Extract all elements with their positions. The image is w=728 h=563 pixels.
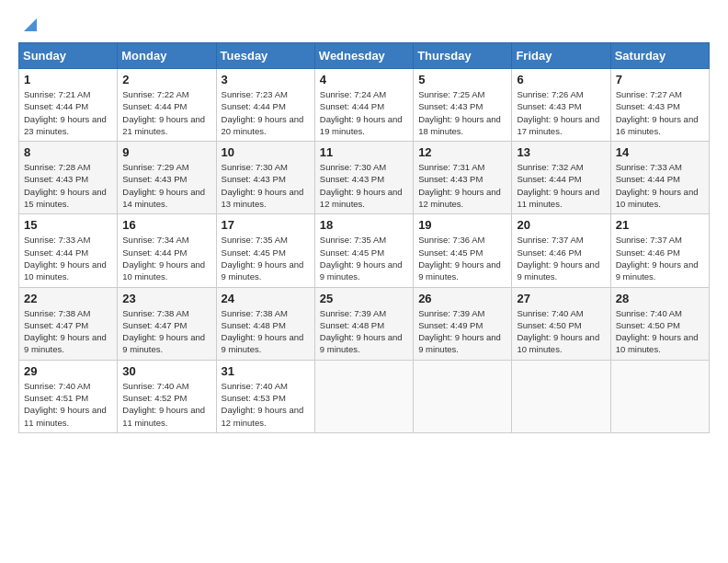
header-tuesday: Tuesday	[216, 43, 314, 69]
day-number: 28	[616, 292, 704, 305]
day-info: Sunrise: 7:39 AMSunset: 4:49 PMDaylight:…	[418, 308, 501, 355]
day-number: 30	[122, 364, 210, 378]
day-info: Sunrise: 7:40 AMSunset: 4:52 PMDaylight:…	[122, 381, 205, 428]
day-number: 26	[418, 292, 506, 305]
day-info: Sunrise: 7:27 AMSunset: 4:43 PMDaylight:…	[616, 89, 699, 136]
calendar-cell: 18 Sunrise: 7:35 AMSunset: 4:45 PMDaylig…	[314, 214, 413, 287]
day-number: 11	[320, 145, 408, 159]
day-info: Sunrise: 7:36 AMSunset: 4:45 PMDaylight:…	[418, 235, 501, 282]
calendar-week-row: 22 Sunrise: 7:38 AMSunset: 4:47 PMDaylig…	[19, 287, 710, 360]
weekday-header-row: Sunday Monday Tuesday Wednesday Thursday…	[19, 43, 710, 69]
calendar-cell: 29 Sunrise: 7:40 AMSunset: 4:51 PMDaylig…	[19, 360, 118, 432]
day-info: Sunrise: 7:38 AMSunset: 4:47 PMDaylight:…	[24, 308, 107, 355]
calendar-week-row: 15 Sunrise: 7:33 AMSunset: 4:44 PMDaylig…	[19, 214, 710, 287]
calendar-cell: 27 Sunrise: 7:40 AMSunset: 4:50 PMDaylig…	[512, 287, 610, 360]
day-number: 31	[222, 364, 310, 378]
calendar-cell	[314, 360, 413, 432]
svg-marker-0	[24, 18, 37, 31]
day-number: 7	[616, 73, 704, 86]
calendar-cell: 28 Sunrise: 7:40 AMSunset: 4:50 PMDaylig…	[610, 287, 709, 360]
logo-triangle-icon	[20, 17, 37, 33]
day-info: Sunrise: 7:30 AMSunset: 4:43 PMDaylight:…	[222, 162, 304, 209]
header-monday: Monday	[118, 43, 216, 69]
calendar-cell: 6 Sunrise: 7:26 AMSunset: 4:43 PMDayligh…	[512, 69, 610, 142]
calendar-cell	[512, 360, 610, 432]
day-info: Sunrise: 7:40 AMSunset: 4:50 PMDaylight:…	[616, 308, 699, 355]
header-friday: Friday	[512, 43, 610, 69]
calendar-cell: 8 Sunrise: 7:28 AMSunset: 4:43 PMDayligh…	[19, 142, 118, 214]
calendar-cell: 22 Sunrise: 7:38 AMSunset: 4:47 PMDaylig…	[19, 287, 118, 360]
calendar-week-row: 1 Sunrise: 7:21 AMSunset: 4:44 PMDayligh…	[19, 69, 710, 142]
calendar-cell: 25 Sunrise: 7:39 AMSunset: 4:48 PMDaylig…	[314, 287, 413, 360]
day-number: 15	[24, 218, 112, 232]
header-sunday: Sunday	[19, 43, 118, 69]
day-number: 1	[24, 73, 112, 86]
calendar-table: Sunday Monday Tuesday Wednesday Thursday…	[18, 42, 710, 433]
day-number: 18	[320, 218, 408, 232]
calendar-cell: 14 Sunrise: 7:33 AMSunset: 4:44 PMDaylig…	[610, 142, 709, 214]
day-info: Sunrise: 7:38 AMSunset: 4:47 PMDaylight:…	[122, 308, 205, 355]
day-number: 2	[122, 73, 210, 86]
day-number: 23	[122, 292, 210, 305]
calendar-cell: 13 Sunrise: 7:32 AMSunset: 4:44 PMDaylig…	[512, 142, 610, 214]
calendar-cell: 24 Sunrise: 7:38 AMSunset: 4:48 PMDaylig…	[216, 287, 314, 360]
day-info: Sunrise: 7:21 AMSunset: 4:44 PMDaylight:…	[24, 89, 107, 136]
day-info: Sunrise: 7:35 AMSunset: 4:45 PMDaylight:…	[320, 235, 403, 282]
day-info: Sunrise: 7:40 AMSunset: 4:50 PMDaylight:…	[517, 308, 599, 355]
day-info: Sunrise: 7:37 AMSunset: 4:46 PMDaylight:…	[616, 235, 699, 282]
day-info: Sunrise: 7:40 AMSunset: 4:53 PMDaylight:…	[222, 381, 304, 428]
header-saturday: Saturday	[610, 43, 709, 69]
calendar-cell: 16 Sunrise: 7:34 AMSunset: 4:44 PMDaylig…	[118, 214, 216, 287]
day-number: 8	[24, 145, 112, 159]
day-number: 24	[222, 292, 310, 305]
day-info: Sunrise: 7:29 AMSunset: 4:43 PMDaylight:…	[122, 162, 205, 209]
day-number: 4	[320, 73, 408, 86]
day-number: 20	[517, 218, 605, 232]
calendar-cell: 2 Sunrise: 7:22 AMSunset: 4:44 PMDayligh…	[118, 69, 216, 142]
day-number: 3	[222, 73, 310, 86]
day-number: 17	[222, 218, 310, 232]
calendar-cell: 11 Sunrise: 7:30 AMSunset: 4:43 PMDaylig…	[314, 142, 413, 214]
day-info: Sunrise: 7:26 AMSunset: 4:43 PMDaylight:…	[517, 89, 599, 136]
calendar-cell: 21 Sunrise: 7:37 AMSunset: 4:46 PMDaylig…	[610, 214, 709, 287]
day-info: Sunrise: 7:31 AMSunset: 4:43 PMDaylight:…	[418, 162, 501, 209]
calendar-cell: 19 Sunrise: 7:36 AMSunset: 4:45 PMDaylig…	[414, 214, 512, 287]
calendar-cell: 5 Sunrise: 7:25 AMSunset: 4:43 PMDayligh…	[414, 69, 512, 142]
calendar-cell: 12 Sunrise: 7:31 AMSunset: 4:43 PMDaylig…	[414, 142, 512, 214]
day-number: 16	[122, 218, 210, 232]
calendar-cell: 4 Sunrise: 7:24 AMSunset: 4:44 PMDayligh…	[314, 69, 413, 142]
logo	[18, 18, 37, 33]
calendar-cell: 1 Sunrise: 7:21 AMSunset: 4:44 PMDayligh…	[19, 69, 118, 142]
day-info: Sunrise: 7:33 AMSunset: 4:44 PMDaylight:…	[616, 162, 699, 209]
day-info: Sunrise: 7:25 AMSunset: 4:43 PMDaylight:…	[418, 89, 501, 136]
day-number: 19	[418, 218, 506, 232]
day-number: 14	[616, 145, 704, 159]
day-number: 25	[320, 292, 408, 305]
day-number: 9	[122, 145, 210, 159]
day-info: Sunrise: 7:33 AMSunset: 4:44 PMDaylight:…	[24, 235, 107, 282]
day-info: Sunrise: 7:38 AMSunset: 4:48 PMDaylight:…	[222, 308, 304, 355]
day-number: 21	[616, 218, 704, 232]
calendar-cell: 10 Sunrise: 7:30 AMSunset: 4:43 PMDaylig…	[216, 142, 314, 214]
header	[18, 18, 710, 33]
header-wednesday: Wednesday	[314, 43, 413, 69]
header-thursday: Thursday	[414, 43, 512, 69]
calendar-cell: 20 Sunrise: 7:37 AMSunset: 4:46 PMDaylig…	[512, 214, 610, 287]
day-info: Sunrise: 7:24 AMSunset: 4:44 PMDaylight:…	[320, 89, 403, 136]
day-number: 29	[24, 364, 112, 378]
calendar-week-row: 29 Sunrise: 7:40 AMSunset: 4:51 PMDaylig…	[19, 360, 710, 432]
day-info: Sunrise: 7:22 AMSunset: 4:44 PMDaylight:…	[122, 89, 205, 136]
day-number: 6	[517, 73, 605, 86]
day-number: 22	[24, 292, 112, 305]
day-number: 27	[517, 292, 605, 305]
day-number: 5	[418, 73, 506, 86]
day-number: 12	[418, 145, 506, 159]
calendar-cell: 9 Sunrise: 7:29 AMSunset: 4:43 PMDayligh…	[118, 142, 216, 214]
calendar-cell: 3 Sunrise: 7:23 AMSunset: 4:44 PMDayligh…	[216, 69, 314, 142]
day-info: Sunrise: 7:35 AMSunset: 4:45 PMDaylight:…	[222, 235, 304, 282]
day-info: Sunrise: 7:37 AMSunset: 4:46 PMDaylight:…	[517, 235, 599, 282]
day-info: Sunrise: 7:32 AMSunset: 4:44 PMDaylight:…	[517, 162, 599, 209]
day-info: Sunrise: 7:28 AMSunset: 4:43 PMDaylight:…	[24, 162, 107, 209]
calendar-cell	[610, 360, 709, 432]
day-info: Sunrise: 7:23 AMSunset: 4:44 PMDaylight:…	[222, 89, 304, 136]
